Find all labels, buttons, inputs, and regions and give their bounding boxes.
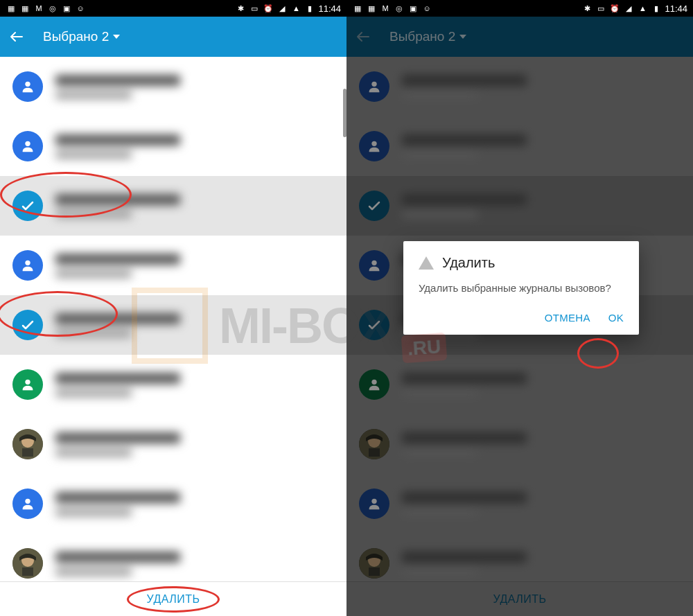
call-log-row[interactable] [0, 295, 346, 355]
person-avatar-icon[interactable] [12, 369, 43, 400]
contact-photo-avatar[interactable] [12, 429, 43, 459]
svg-rect-10 [22, 567, 33, 576]
app-bar: Выбрано 2 [0, 17, 346, 57]
row-text-blurred [55, 492, 334, 516]
status-bar: ▦ ▦ M ◎ ▣ ☺ ✱ ▭ ⏰ ◢ ▲ ▮ 11:44 [346, 0, 693, 17]
delete-button[interactable]: УДАЛИТЬ [146, 593, 200, 606]
row-text-blurred [55, 313, 334, 337]
calendar-icon: ▦ [19, 3, 30, 14]
call-log-row[interactable] [0, 474, 346, 534]
svg-point-2 [25, 261, 30, 265]
call-log-row[interactable] [0, 414, 346, 474]
incognito-icon: ☺ [421, 3, 432, 14]
person-avatar-icon[interactable] [12, 250, 43, 281]
app-icon: ◎ [47, 3, 58, 14]
call-log-row[interactable] [0, 236, 346, 295]
battery-icon: ▮ [304, 3, 315, 14]
signal-icon: ▲ [290, 3, 301, 14]
dialog-cancel-button[interactable]: ОТМЕНА [545, 312, 590, 324]
dialog-ok-button[interactable]: OK [608, 312, 624, 324]
checkmark-avatar[interactable] [12, 310, 43, 340]
calendar-icon: ▦ [352, 3, 363, 14]
contact-photo-avatar[interactable] [12, 548, 43, 579]
svg-point-7 [25, 499, 30, 504]
selection-count-dropdown[interactable]: Выбрано 2 [43, 29, 120, 44]
person-avatar-icon[interactable] [12, 489, 43, 519]
status-bar: ▦ ▦ M ◎ ▣ ☺ ✱ ▭ ⏰ ◢ ▲ ▮ 11:44 [0, 0, 346, 17]
svg-point-1 [25, 141, 30, 146]
row-text-blurred [55, 552, 334, 576]
app-icon: ◎ [394, 3, 405, 14]
app-title-text: Выбрано 2 [43, 29, 109, 44]
svg-point-3 [25, 380, 30, 385]
dialog-title: Удалить [442, 255, 495, 271]
alarm-icon: ⏰ [609, 3, 620, 14]
status-right-icons: ✱ ▭ ⏰ ◢ ▲ ▮ 11:44 [581, 3, 687, 14]
bottom-bar: УДАЛИТЬ [0, 581, 346, 616]
calendar-icon: ▦ [6, 3, 17, 14]
call-log-row[interactable] [0, 57, 346, 116]
wifi-icon: ◢ [623, 3, 634, 14]
status-time: 11:44 [318, 3, 341, 14]
signal-icon: ▲ [637, 3, 648, 14]
svg-point-0 [25, 82, 30, 87]
vibrate-icon: ▭ [595, 3, 606, 14]
battery-icon: ▮ [651, 3, 662, 14]
photo-icon: ▣ [61, 3, 72, 14]
status-left-icons: ▦ ▦ M ◎ ▣ ☺ [6, 3, 86, 14]
call-log-row[interactable] [0, 116, 346, 176]
alarm-icon: ⏰ [263, 3, 274, 14]
row-text-blurred [55, 373, 334, 397]
wifi-icon: ◢ [277, 3, 288, 14]
status-right-icons: ✱ ▭ ⏰ ◢ ▲ ▮ 11:44 [235, 3, 341, 14]
row-text-blurred [55, 194, 334, 218]
person-avatar-icon[interactable] [12, 131, 43, 161]
row-text-blurred [55, 75, 334, 99]
left-screen: ▦ ▦ M ◎ ▣ ☺ ✱ ▭ ⏰ ◢ ▲ ▮ 11:44 Выбрано 2 … [0, 0, 346, 616]
back-button[interactable] [8, 28, 25, 45]
warning-icon [419, 256, 434, 270]
checkmark-avatar[interactable] [12, 191, 43, 221]
status-time: 11:44 [665, 3, 687, 14]
row-text-blurred [55, 432, 334, 457]
svg-rect-6 [22, 448, 33, 457]
status-left-icons: ▦ ▦ M ◎ ▣ ☺ [352, 3, 432, 14]
gmail-icon: M [380, 3, 391, 14]
gmail-icon: M [33, 3, 44, 14]
call-log-row[interactable] [0, 176, 346, 236]
call-log-row[interactable] [0, 534, 346, 581]
calendar-icon: ▦ [366, 3, 377, 14]
confirm-delete-dialog: Удалить Удалить выбранные журналы вызово… [403, 241, 639, 335]
call-log-row[interactable] [0, 355, 346, 414]
call-log-list[interactable] [0, 57, 346, 581]
chevron-down-icon [113, 35, 120, 39]
right-screen: ▦ ▦ M ◎ ▣ ☺ ✱ ▭ ⏰ ◢ ▲ ▮ 11:44 Выбрано 2 … [346, 0, 693, 616]
dialog-body: Удалить выбранные журналы вызовов? [419, 281, 624, 295]
vibrate-icon: ▭ [249, 3, 260, 14]
photo-icon: ▣ [407, 3, 419, 14]
person-avatar-icon[interactable] [12, 71, 43, 102]
incognito-icon: ☺ [75, 3, 86, 14]
row-text-blurred [55, 134, 334, 159]
bluetooth-icon: ✱ [581, 3, 593, 14]
row-text-blurred [55, 254, 334, 278]
bluetooth-icon: ✱ [235, 3, 246, 14]
